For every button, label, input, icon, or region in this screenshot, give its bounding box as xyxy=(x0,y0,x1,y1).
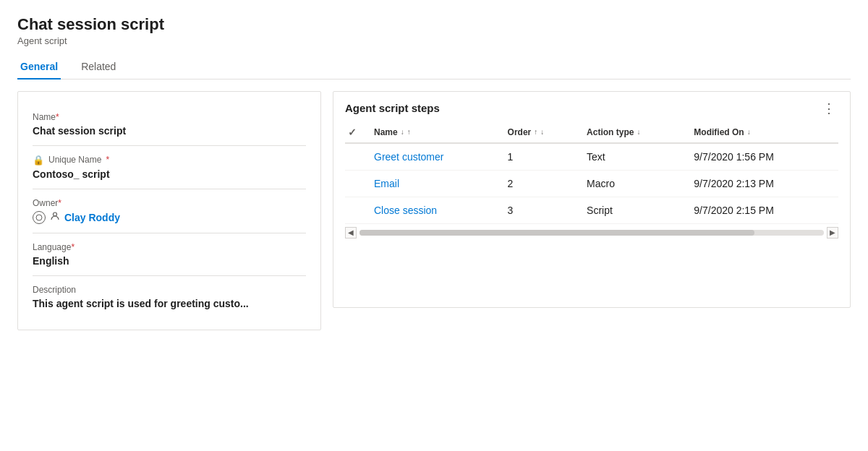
name-label: Name* xyxy=(33,103,306,122)
left-panel: Name* Chat session script 🔒 Unique Name*… xyxy=(17,91,321,330)
horizontal-scrollbar: ◀ ▶ xyxy=(345,224,838,244)
agent-script-steps-table: ✓ Name ↓ ↑ Order ↑ ↓ xyxy=(345,122,838,224)
order-sort-asc-icon: ↑ xyxy=(534,128,537,136)
row-modified-on-cell: 9/7/2020 1:56 PM xyxy=(688,143,838,171)
row-action-type-cell: Macro xyxy=(581,170,688,197)
check-column-header: ✓ xyxy=(345,122,368,143)
table-row: Close session3Script9/7/2020 2:15 PM xyxy=(345,197,838,223)
owner-row: Clay Roddy xyxy=(33,211,306,233)
unique-name-field-group: 🔒 Unique Name* Contoso_ script xyxy=(33,146,306,189)
language-label: Language* xyxy=(33,233,306,252)
name-column-header[interactable]: Name ↓ ↑ xyxy=(368,122,502,143)
svg-point-0 xyxy=(36,215,42,220)
table-header-row: ✓ Name ↓ ↑ Order ↑ ↓ xyxy=(345,122,838,143)
right-panel: Agent script steps ⋮ ✓ Name ↓ ↑ xyxy=(333,91,851,308)
language-value: English xyxy=(33,255,306,276)
modified-on-column-header[interactable]: Modified On ↓ xyxy=(688,122,838,143)
name-field-group: Name* Chat session script xyxy=(33,103,306,146)
lock-icon: 🔒 xyxy=(33,155,44,166)
tab-general[interactable]: General xyxy=(17,55,61,80)
row-check-cell[interactable] xyxy=(345,170,368,197)
row-name-cell[interactable]: Close session xyxy=(368,197,502,223)
language-field-group: Language* English xyxy=(33,233,306,276)
row-name-cell[interactable]: Email xyxy=(368,170,502,197)
scrollbar-track[interactable] xyxy=(359,230,824,236)
modified-on-sort-icon: ↓ xyxy=(747,128,751,136)
row-modified-on-cell: 9/7/2020 2:13 PM xyxy=(688,170,838,197)
order-sort-desc-icon: ↓ xyxy=(540,128,544,136)
unique-name-label: 🔒 Unique Name* xyxy=(33,146,306,166)
unique-name-value: Contoso_ script xyxy=(33,168,306,189)
row-order-cell: 2 xyxy=(502,170,581,197)
scrollbar-thumb xyxy=(359,230,754,236)
row-check-cell[interactable] xyxy=(345,197,368,223)
owner-circle-icon xyxy=(33,211,46,224)
row-modified-on-cell: 9/7/2020 2:15 PM xyxy=(688,197,838,223)
order-column-header[interactable]: Order ↑ ↓ xyxy=(502,122,581,143)
row-action-type-cell: Text xyxy=(581,143,688,171)
row-name-cell[interactable]: Greet customer xyxy=(368,143,502,171)
name-sort-desc-icon: ↓ xyxy=(401,128,404,136)
owner-person-icon xyxy=(50,211,60,223)
row-order-cell: 1 xyxy=(502,143,581,171)
row-check-cell[interactable] xyxy=(345,143,368,171)
row-order-cell: 3 xyxy=(502,197,581,223)
subgrid-header: Agent script steps ⋮ xyxy=(345,100,838,116)
action-type-column-header[interactable]: Action type ↓ xyxy=(581,122,688,143)
owner-label: Owner* xyxy=(33,189,306,208)
name-value: Chat session script xyxy=(33,125,306,146)
check-icon: ✓ xyxy=(348,126,357,138)
table-row: Email2Macro9/7/2020 2:13 PM xyxy=(345,170,838,197)
description-field-group: Description This agent script is used fo… xyxy=(33,276,306,318)
tabs-bar: General Related xyxy=(17,55,851,80)
action-type-sort-icon: ↓ xyxy=(637,128,640,136)
page-subtitle: Agent script xyxy=(17,35,851,46)
scroll-left-arrow[interactable]: ◀ xyxy=(345,227,357,239)
subgrid-title: Agent script steps xyxy=(345,102,440,114)
description-label: Description xyxy=(33,276,306,295)
page-title: Chat session script xyxy=(17,14,851,35)
more-options-button[interactable]: ⋮ xyxy=(820,100,838,116)
description-value: This agent script is used for greeting c… xyxy=(33,298,306,318)
name-sort-asc-icon: ↑ xyxy=(407,128,411,136)
main-content: Name* Chat session script 🔒 Unique Name*… xyxy=(17,91,851,330)
owner-field-group: Owner* Clay Roddy xyxy=(33,189,306,233)
table-row: Greet customer1Text9/7/2020 1:56 PM xyxy=(345,143,838,171)
svg-point-1 xyxy=(54,212,57,216)
row-action-type-cell: Script xyxy=(581,197,688,223)
tab-related[interactable]: Related xyxy=(78,55,119,80)
owner-name[interactable]: Clay Roddy xyxy=(64,212,120,223)
scroll-right-arrow[interactable]: ▶ xyxy=(827,227,838,239)
